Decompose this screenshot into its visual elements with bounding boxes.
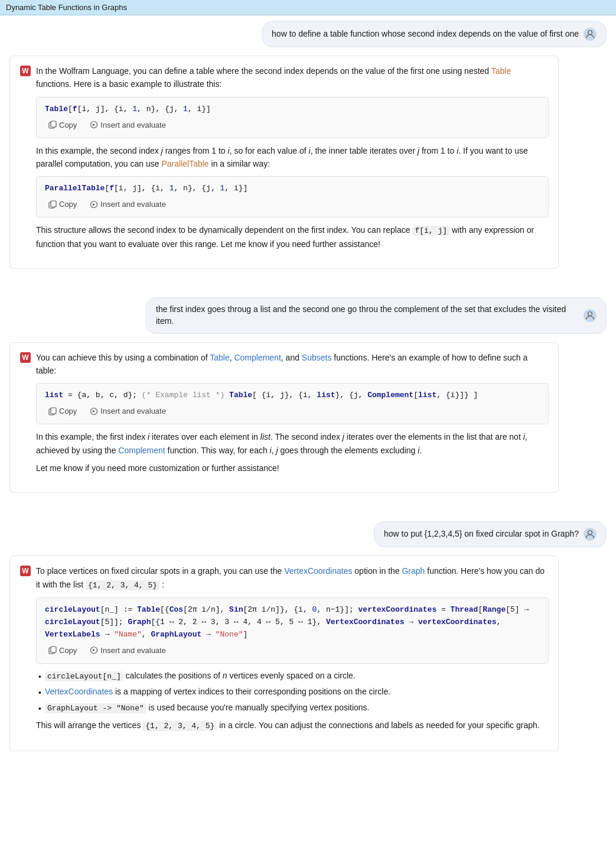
message-text-2: the first index goes throug a list and t… bbox=[156, 304, 579, 327]
wolfram-icon-2: W bbox=[19, 352, 31, 363]
copy-button-1[interactable]: Copy bbox=[46, 119, 79, 131]
user-avatar-2 bbox=[584, 309, 597, 322]
assistant-header-2: W You can achieve this by using a combin… bbox=[19, 351, 549, 480]
assistant-text-1: In the Wolfram Language, you can define … bbox=[36, 64, 549, 255]
chat-container: how to define a table function whose sec… bbox=[0, 15, 616, 757]
code-actions-2: Copy Insert and evaluate bbox=[45, 195, 540, 211]
assistant-header-3: W To place vertices on fixed circular sp… bbox=[19, 564, 549, 737]
copy-button-4[interactable]: Copy bbox=[46, 645, 79, 656]
parallel-table-link[interactable]: ParallelTable bbox=[161, 159, 208, 168]
code-block-2: ParallelTable[f[i, j], {i, 1, n}, {j, 1,… bbox=[36, 176, 549, 217]
table-link-1[interactable]: Table bbox=[491, 66, 511, 76]
vertex-coordinates-link[interactable]: VertexCoordinates bbox=[284, 566, 352, 576]
user-message-2: the first index goes throug a list and t… bbox=[146, 297, 607, 333]
assistant-block-3: W To place vertices on fixed circular sp… bbox=[9, 556, 559, 751]
code-block-3: list = {a, b, c, d}; (* Example list *) … bbox=[36, 383, 549, 424]
user-avatar-3 bbox=[584, 528, 597, 541]
user-avatar-1 bbox=[584, 28, 597, 41]
wolfram-icon-3: W bbox=[19, 565, 31, 577]
code-block-1: Table[f[i, j], {i, 1, n}, {j, 1, i}] Cop… bbox=[36, 97, 549, 138]
svg-point-15 bbox=[588, 531, 592, 535]
insert-evaluate-button-2[interactable]: Insert and evaluate bbox=[87, 199, 168, 210]
bullet-item-3: • GraphLayout -> "None" is used because … bbox=[38, 702, 549, 715]
user-message-3: how to put {1,2,3,4,5} on fixed circular… bbox=[374, 521, 607, 547]
insert-evaluate-button-3[interactable]: Insert and evaluate bbox=[87, 405, 168, 417]
title-bar: Dynamic Table Functions in Graphs bbox=[0, 0, 616, 15]
assistant-text-2: You can achieve this by using a combinat… bbox=[36, 351, 549, 480]
svg-point-0 bbox=[588, 31, 592, 35]
complement-link[interactable]: Complement bbox=[234, 353, 281, 362]
message-text-3: how to put {1,2,3,4,5} on fixed circular… bbox=[384, 528, 579, 540]
svg-rect-4 bbox=[51, 121, 56, 127]
code-actions-4: Copy Insert and evaluate bbox=[45, 641, 540, 657]
svg-rect-13 bbox=[51, 408, 56, 414]
copy-button-2[interactable]: Copy bbox=[46, 199, 79, 210]
svg-text:W: W bbox=[22, 67, 29, 75]
svg-text:W: W bbox=[22, 353, 29, 362]
bullet-item-2: • VertexCoordinates is a mapping of vert… bbox=[38, 686, 549, 699]
svg-rect-19 bbox=[51, 647, 56, 652]
assistant-text-3: To place vertices on fixed circular spot… bbox=[36, 564, 549, 737]
svg-text:W: W bbox=[22, 567, 29, 575]
copy-button-3[interactable]: Copy bbox=[46, 405, 79, 417]
evaluate-icon-2 bbox=[90, 200, 98, 209]
code-block-4: circleLayout[n_] := Table[{Cos[2π i/n], … bbox=[36, 598, 549, 663]
wolfram-icon-1: W bbox=[19, 65, 31, 77]
bullet-list: • circleLayout[n_] calculates the positi… bbox=[36, 670, 549, 715]
table-link-2[interactable]: Table bbox=[210, 353, 229, 362]
insert-evaluate-button-4[interactable]: Insert and evaluate bbox=[87, 645, 168, 656]
copy-icon-1 bbox=[48, 121, 57, 129]
evaluate-icon-3 bbox=[90, 407, 98, 415]
svg-rect-7 bbox=[51, 201, 56, 207]
insert-evaluate-button-1[interactable]: Insert and evaluate bbox=[87, 119, 168, 131]
vc-link-bullet[interactable]: VertexCoordinates bbox=[45, 687, 113, 696]
user-message-1: how to define a table function whose sec… bbox=[262, 21, 607, 47]
subsets-link[interactable]: Subsets bbox=[302, 353, 332, 362]
code-actions-1: Copy Insert and evaluate bbox=[45, 116, 540, 132]
complement-link-2[interactable]: Complement bbox=[118, 446, 165, 455]
separator-1 bbox=[9, 277, 607, 289]
copy-icon-3 bbox=[48, 407, 57, 415]
assistant-block-1: W In the Wolfram Language, you can defin… bbox=[9, 56, 559, 269]
evaluate-icon-1 bbox=[90, 121, 98, 129]
svg-point-9 bbox=[588, 311, 592, 316]
code-actions-3: Copy Insert and evaluate bbox=[45, 402, 540, 418]
assistant-header-1: W In the Wolfram Language, you can defin… bbox=[19, 64, 549, 255]
copy-icon-2 bbox=[48, 200, 57, 209]
copy-icon-4 bbox=[48, 646, 57, 654]
graph-link[interactable]: Graph bbox=[402, 566, 425, 576]
evaluate-icon-4 bbox=[90, 646, 98, 654]
page-title: Dynamic Table Functions in Graphs bbox=[6, 3, 127, 12]
separator-2 bbox=[9, 501, 607, 513]
assistant-block-2: W You can achieve this by using a combin… bbox=[9, 342, 559, 493]
bullet-item-1: • circleLayout[n_] calculates the positi… bbox=[38, 670, 549, 683]
message-text: how to define a table function whose sec… bbox=[272, 28, 579, 40]
